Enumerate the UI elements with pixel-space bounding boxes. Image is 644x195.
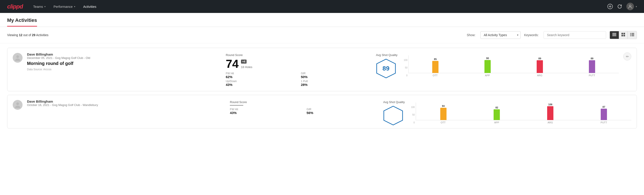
viewing-count-text: Viewing 12 out of 29 Activities <box>7 33 48 37</box>
nav-activities-label: Activities <box>83 5 96 8</box>
activity-type-select[interactable]: All Activity Types Round Practice <box>480 31 520 39</box>
score-diff-badge: +4 <box>241 60 247 64</box>
quality-score-value: 89 <box>382 65 390 72</box>
svg-rect-12 <box>632 33 634 34</box>
edit-icon[interactable]: ✏ <box>623 52 631 60</box>
fw-hit-value: 62% <box>226 75 296 79</box>
quality-section: Avg Shot Quality 89 100 50 0 <box>376 52 619 78</box>
player-name: Dave Billingham <box>27 52 221 56</box>
quality-score-area: Avg Shot Quality 89 <box>376 53 398 78</box>
score-row: 74 +4 18 Holes <box>226 58 372 70</box>
svg-rect-14 <box>632 34 634 35</box>
y-axis: 100 50 0 <box>404 59 408 77</box>
view-mode-buttons <box>610 31 637 39</box>
svg-rect-5 <box>612 34 616 35</box>
avatar <box>626 3 634 10</box>
activity-title: Morning round of golf <box>27 61 221 66</box>
y-label-0: 0 <box>406 74 408 77</box>
nav-activities[interactable]: Activities <box>80 3 100 10</box>
mini-stats: FW Hit 62% GIR 50% Up/Down 43% 1 Putt 28… <box>226 72 372 86</box>
svg-marker-20 <box>384 106 402 125</box>
activity-date: December 05, 2021 - Gog Magog Golf Club … <box>27 56 221 60</box>
y-axis: 100 50 0 <box>411 106 416 124</box>
activity-card: Dave Billingham December 05, 2021 - Gog … <box>7 48 637 91</box>
svg-point-17 <box>16 55 19 58</box>
toolbar: Viewing 12 out of 29 Activities Show: Al… <box>0 27 644 43</box>
nav-teams[interactable]: Teams ▾ <box>30 3 49 10</box>
quality-hexagon <box>383 106 403 126</box>
svg-rect-15 <box>630 36 631 36</box>
y-label-100: 100 <box>404 59 408 61</box>
y-label-50: 50 <box>405 66 408 69</box>
gir-stat: GIR 56% <box>306 108 379 115</box>
nav-teams-label: Teams <box>33 5 43 8</box>
svg-point-3 <box>629 5 631 7</box>
player-name: Dave Billingham <box>27 100 226 103</box>
card-main-info: Dave Billingham December 05, 2021 - Gog … <box>27 52 221 71</box>
fw-hit-value: 43% <box>230 111 302 115</box>
activity-type-select-wrapper: All Activity Types Round Practice ▾ <box>480 31 520 39</box>
score-section: Round Score FW Hit 43% GIR 56% <box>230 100 379 115</box>
card-main-info: Dave Billingham October 16, 2021 - Gog M… <box>27 100 226 108</box>
activity-date: October 16, 2021 - Gog Magog Golf Club -… <box>27 103 226 107</box>
performance-chevron-icon: ▾ <box>74 5 75 8</box>
svg-rect-10 <box>624 35 625 36</box>
data-source: Data Source: Arccos <box>27 68 221 71</box>
mini-stats: FW Hit 43% GIR 56% <box>230 108 379 115</box>
bar-chart: 100 50 0 948210687 OTTAPPARGPUTT <box>411 102 631 124</box>
one-putt-value: 28% <box>301 83 372 86</box>
search-input[interactable] <box>544 31 606 39</box>
svg-rect-4 <box>612 33 616 34</box>
keywords-label: Keywords: <box>524 33 539 37</box>
view-compact-list-button[interactable] <box>610 31 619 39</box>
up-down-label: Up/Down <box>226 80 296 83</box>
gir-label: GIR <box>306 108 379 111</box>
viewing-count: 12 <box>19 33 22 37</box>
gir-label: GIR <box>301 72 372 75</box>
svg-rect-16 <box>632 36 634 36</box>
gir-value: 56% <box>306 111 379 115</box>
user-menu[interactable]: ▾ <box>626 3 637 10</box>
refresh-icon[interactable] <box>617 4 622 9</box>
score-section: Round Score 74 +4 18 Holes FW Hit 62% GI… <box>226 52 372 86</box>
one-putt-stat: 1 Putt 28% <box>301 80 372 86</box>
add-icon[interactable] <box>607 4 613 9</box>
up-down-value: 43% <box>226 83 296 86</box>
gir-stat: GIR 50% <box>301 72 372 79</box>
round-score-label: Round Score <box>226 53 372 57</box>
avatar <box>13 53 22 63</box>
holes-count: 18 Holes <box>241 65 252 69</box>
gir-value: 50% <box>301 75 372 79</box>
fw-hit-stat: FW Hit 43% <box>230 108 302 115</box>
activities-list: Dave Billingham December 05, 2021 - Gog … <box>0 43 644 133</box>
quality-score-area: Avg Shot Quality <box>383 100 405 126</box>
round-score-label: Round Score <box>230 100 379 104</box>
page: My Activities Viewing 12 out of 29 Activ… <box>0 13 644 195</box>
nav-performance[interactable]: Performance ▾ <box>50 3 78 10</box>
show-label: Show: <box>467 33 476 37</box>
page-header: My Activities <box>0 13 644 27</box>
page-title: My Activities <box>7 18 37 26</box>
svg-point-19 <box>16 102 19 105</box>
quality-hexagon: 89 <box>376 58 396 78</box>
view-list-button[interactable] <box>628 31 637 39</box>
svg-rect-6 <box>612 36 616 36</box>
one-putt-label: 1 Putt <box>301 80 372 83</box>
view-grid-button[interactable] <box>619 31 628 39</box>
y-label-100: 100 <box>411 106 415 108</box>
fw-hit-label: FW Hit <box>226 72 296 75</box>
y-label-50: 50 <box>412 114 414 116</box>
nav-action-icons: ▾ <box>607 3 637 10</box>
navbar: clippd Teams ▾ Performance ▾ Activities <box>0 0 644 13</box>
round-score-value: 74 <box>226 58 239 70</box>
activity-card: Dave Billingham October 16, 2021 - Gog M… <box>7 95 637 128</box>
avatar <box>13 100 22 110</box>
card-edit-button[interactable]: ✏ <box>623 52 631 60</box>
up-down-stat: Up/Down 43% <box>226 80 296 86</box>
svg-rect-11 <box>630 33 631 34</box>
y-label-0: 0 <box>414 121 415 124</box>
nav-performance-label: Performance <box>54 5 73 8</box>
viewing-suffix: Activities <box>36 33 48 37</box>
round-score-value <box>230 105 243 106</box>
svg-rect-7 <box>622 33 623 34</box>
